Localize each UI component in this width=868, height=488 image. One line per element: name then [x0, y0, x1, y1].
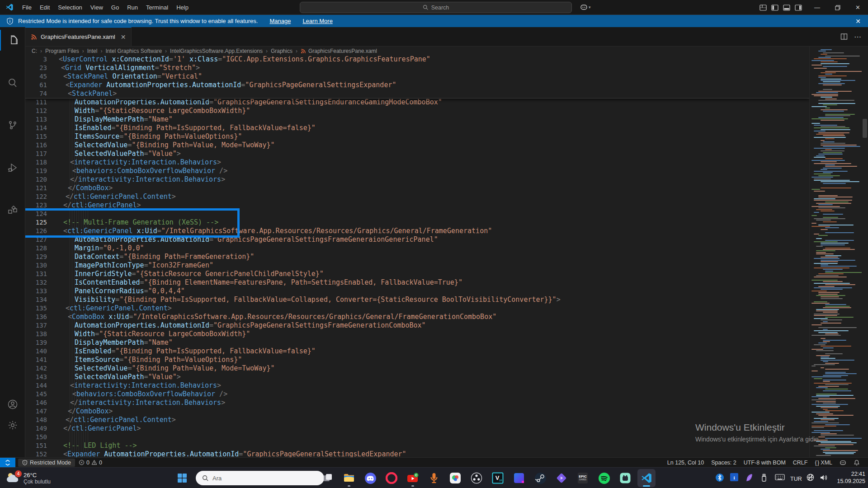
source-control-icon[interactable] — [0, 115, 25, 136]
code-line-116[interactable]: 116SelectedValue="{Binding Path=Value, M… — [25, 141, 809, 150]
menu-run[interactable]: Run — [123, 3, 142, 12]
toggle-panel-icon[interactable] — [783, 4, 790, 11]
taskbar-app-spotify-icon[interactable] — [595, 469, 613, 487]
taskbar-app-opera-gx-icon[interactable] — [382, 469, 401, 487]
code-line-148[interactable]: 148</ctl:GenericPanel.Content> — [25, 416, 809, 424]
editor-more-actions-icon[interactable]: ⋯ — [854, 33, 862, 41]
taskbar-app-file-explorer-icon[interactable] — [340, 469, 358, 487]
code-line-140[interactable]: 140IsEnabled="{Binding Path=IsSupported,… — [25, 347, 809, 356]
code-line-141[interactable]: 141ItemsSource="{Binding Path=ValueOptio… — [25, 356, 809, 364]
taskbar-app-vscode-icon[interactable] — [637, 469, 656, 487]
window-minimize-button[interactable]: — — [807, 0, 827, 15]
volume-icon[interactable] — [819, 473, 828, 482]
taskbar-app-color-app-icon[interactable] — [446, 469, 464, 487]
weather-widget[interactable]: 4 26°C Çok bulutlu — [3, 469, 53, 488]
code-line-143[interactable]: 143SelectedValuePath="Value"> — [25, 373, 809, 381]
code-line-23[interactable]: 23<Grid VerticalAlignment="Stretch"> — [25, 64, 809, 72]
code-line-74[interactable]: 74<StackPanel> — [25, 89, 809, 98]
taskbar-search-box[interactable]: Ara — [196, 471, 324, 485]
menu-edit[interactable]: Edit — [36, 3, 54, 12]
taskbar-app-gradient-app-icon[interactable] — [510, 469, 528, 487]
cursor-position-button[interactable]: Ln 125, Col 10 — [664, 460, 708, 466]
tray-bluetooth-icon[interactable] — [715, 473, 724, 482]
code-line-129[interactable]: 129DataContext="{Binding Path=FrameGener… — [25, 253, 809, 261]
code-line-120[interactable]: 120</interactivity:Interaction.Behaviors… — [25, 175, 809, 184]
network-status-icon[interactable] — [806, 473, 815, 482]
indentation-button[interactable]: Spaces: 2 — [708, 460, 740, 466]
code-line-131[interactable]: 131InnerGridStyle="{StaticResource Gener… — [25, 270, 809, 278]
code-line-112[interactable]: 112Width="{StaticResource LargeComboBoxW… — [25, 107, 809, 115]
code-line-113[interactable]: 113DisplayMemberPath="Name" — [25, 115, 809, 124]
window-restore-button[interactable] — [827, 0, 848, 15]
remote-indicator-button[interactable] — [0, 458, 15, 468]
code-line-61[interactable]: 61<Expander AutomationProperties.Automat… — [25, 81, 809, 89]
code-line-45[interactable]: 45<StackPanel Orientation="Vertical" — [25, 72, 809, 81]
code-line-137[interactable]: 137AutomationProperties.AutomationId="Gr… — [25, 321, 809, 330]
code-line-115[interactable]: 115ItemsSource="{Binding Path=ValueOptio… — [25, 132, 809, 141]
code-line-146[interactable]: 146</interactivity:Interaction.Behaviors… — [25, 399, 809, 407]
tray-feather-icon[interactable] — [745, 473, 753, 482]
code-line-136[interactable]: 136<ComboBox x:Uid="/IntelGraphicsSoftwa… — [25, 313, 809, 321]
code-line-150[interactable]: 150 — [25, 433, 809, 441]
extensions-icon[interactable] — [0, 200, 25, 221]
code-line-111[interactable]: 111AutomationProperties.AutomationId="Gr… — [25, 98, 809, 107]
code-line-151[interactable]: 151<!-- LED Light --> — [25, 441, 809, 450]
minimap[interactable] — [809, 47, 862, 457]
copilot-status-button[interactable] — [836, 459, 850, 466]
banner-close-icon[interactable]: ✕ — [855, 18, 861, 25]
code-line-130[interactable]: 130ImagePathIconType="Icon32FrameGen" — [25, 261, 809, 270]
code-line-128[interactable]: 128Margin="0,-1,0,0" — [25, 244, 809, 253]
tray-touch-keyboard-icon[interactable] — [775, 473, 785, 481]
problems-button[interactable]: 0 0 — [75, 460, 106, 466]
code-line-144[interactable]: 144<interactivity:Interaction.Behaviors> — [25, 381, 809, 390]
menu-selection[interactable]: Selection — [54, 3, 86, 12]
sticky-scroll[interactable]: 3<UserControl x:ConnectionId='1' x:Class… — [25, 55, 809, 99]
language-mode-button[interactable]: { }XML — [811, 460, 836, 466]
code-line-134[interactable]: 134Visibility="{Binding Path=IsSupported… — [25, 296, 809, 304]
breadcrumb-item[interactable]: Intel — [87, 48, 98, 54]
banner-manage-link[interactable]: Manage — [269, 18, 291, 24]
search-view-icon[interactable] — [0, 72, 25, 93]
taskbar-app-youtube-icon[interactable]: C — [404, 469, 422, 487]
taskbar-app-mint-app-icon[interactable] — [616, 469, 634, 487]
code-line-119[interactable]: 119<behaviors:ComboBoxOverflowBehavior /… — [25, 167, 809, 175]
breadcrumb-item[interactable]: Intel Graphics Software — [105, 48, 162, 54]
split-editor-icon[interactable] — [840, 33, 848, 40]
window-close-button[interactable]: ✕ — [848, 0, 868, 15]
toggle-secondary-sidebar-icon[interactable] — [795, 4, 802, 11]
taskbar-app-medal-icon[interactable] — [552, 469, 571, 487]
code-line-139[interactable]: 139DisplayMemberPath="Name" — [25, 338, 809, 347]
code-line-118[interactable]: 118<interactivity:Interaction.Behaviors> — [25, 158, 809, 167]
menu-terminal[interactable]: Terminal — [142, 3, 172, 12]
menu-go[interactable]: Go — [107, 3, 123, 12]
code-line-133[interactable]: 133PanelCornerRadius="0,0,4,4" — [25, 287, 809, 296]
run-debug-icon[interactable] — [0, 157, 25, 178]
taskbar-app-obs-studio-icon[interactable] — [467, 469, 486, 487]
code-line-149[interactable]: 149</ctl:GenericPanel> — [25, 424, 809, 433]
restricted-mode-status-button[interactable]: Restricted Mode — [18, 459, 75, 467]
tab-graphicsfeaturespane[interactable]: GraphicsFeaturesPane.xaml ✕ — [25, 27, 132, 46]
code-line-3[interactable]: 3<UserControl x:ConnectionId='1' x:Class… — [25, 55, 809, 64]
tab-close-icon[interactable]: ✕ — [121, 33, 126, 41]
menu-help[interactable]: Help — [172, 3, 193, 12]
copilot-button[interactable]: ▾ — [580, 3, 591, 11]
breadcrumb-item[interactable]: Graphics — [271, 48, 292, 54]
tray-usb-icon[interactable] — [760, 473, 768, 482]
code-line-145[interactable]: 145<behaviors:ComboBoxOverflowBehavior /… — [25, 390, 809, 399]
code-line-135[interactable]: 135<ctl:GenericPanel.Content> — [25, 304, 809, 313]
taskbar-app-discord-icon[interactable] — [361, 469, 379, 487]
breadcrumb-item[interactable]: C: — [32, 48, 37, 54]
breadcrumb[interactable]: C:›Program Files›Intel›Intel Graphics So… — [25, 47, 809, 55]
breadcrumb-item[interactable]: GraphicsFeaturesPane.xaml — [308, 48, 377, 54]
taskbar-app-steam-icon[interactable] — [531, 469, 549, 487]
taskbar-app-vegas-pro-icon[interactable]: V18 — [489, 469, 507, 487]
code-line-117[interactable]: 117SelectedValuePath="Value"> — [25, 150, 809, 158]
code-line-147[interactable]: 147</ComboBox> — [25, 407, 809, 416]
tray-intel-graphics-icon[interactable]: i — [730, 473, 738, 481]
code-line-152[interactable]: 152<Expander AutomationProperties.Automa… — [25, 450, 809, 457]
menu-file[interactable]: File — [18, 3, 36, 12]
code-line-142[interactable]: 142SelectedValue="{Binding Path=Value, M… — [25, 364, 809, 373]
toggle-primary-sidebar-icon[interactable] — [771, 4, 778, 11]
code-line-122[interactable]: 122</ctl:GenericPanel.Content> — [25, 192, 809, 201]
taskbar-app-epic-games-icon[interactable]: EPICGAMES — [574, 469, 592, 487]
